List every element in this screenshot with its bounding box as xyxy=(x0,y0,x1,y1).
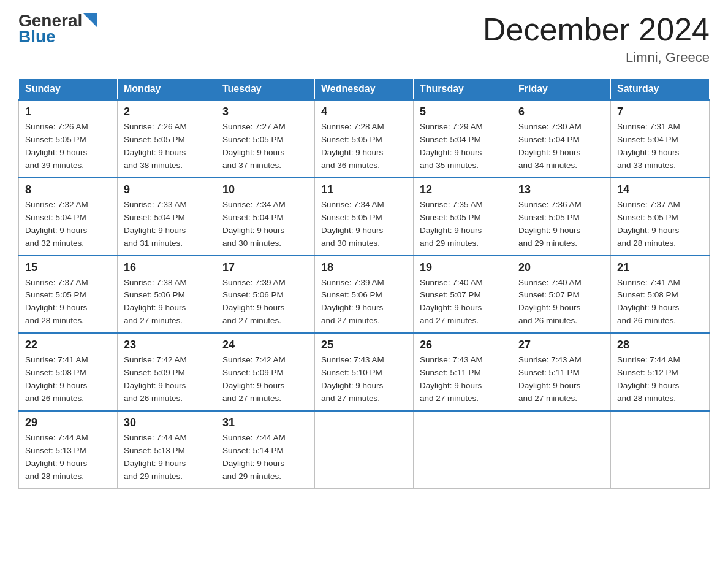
logo-arrow-icon xyxy=(83,13,97,27)
calendar-cell: 25Sunrise: 7:43 AMSunset: 5:10 PMDayligh… xyxy=(315,333,414,411)
calendar-cell: 31Sunrise: 7:44 AMSunset: 5:14 PMDayligh… xyxy=(216,411,315,488)
day-info: Sunrise: 7:31 AMSunset: 5:04 PMDaylight:… xyxy=(617,121,703,172)
col-header-thursday: Thursday xyxy=(414,79,512,101)
day-info: Sunrise: 7:37 AMSunset: 5:05 PMDaylight:… xyxy=(617,199,703,250)
day-info: Sunrise: 7:37 AMSunset: 5:05 PMDaylight:… xyxy=(25,277,111,328)
day-info: Sunrise: 7:42 AMSunset: 5:09 PMDaylight:… xyxy=(124,354,210,405)
calendar-week-row: 22Sunrise: 7:41 AMSunset: 5:08 PMDayligh… xyxy=(19,333,710,411)
calendar-cell: 22Sunrise: 7:41 AMSunset: 5:08 PMDayligh… xyxy=(19,333,118,411)
day-info: Sunrise: 7:30 AMSunset: 5:04 PMDaylight:… xyxy=(518,121,604,172)
day-info: Sunrise: 7:44 AMSunset: 5:13 PMDaylight:… xyxy=(25,432,111,483)
day-info: Sunrise: 7:39 AMSunset: 5:06 PMDaylight:… xyxy=(321,277,407,328)
day-info: Sunrise: 7:29 AMSunset: 5:04 PMDaylight:… xyxy=(420,121,506,172)
day-info: Sunrise: 7:26 AMSunset: 5:05 PMDaylight:… xyxy=(124,121,210,172)
day-number: 13 xyxy=(518,183,604,196)
day-info: Sunrise: 7:41 AMSunset: 5:08 PMDaylight:… xyxy=(617,277,703,328)
calendar-cell: 6Sunrise: 7:30 AMSunset: 5:04 PMDaylight… xyxy=(512,100,611,178)
page-header: General Blue December 2024 Limni, Greece xyxy=(18,12,710,66)
day-info: Sunrise: 7:35 AMSunset: 5:05 PMDaylight:… xyxy=(420,199,506,250)
col-header-friday: Friday xyxy=(512,79,611,101)
col-header-monday: Monday xyxy=(118,79,216,101)
calendar-week-row: 1Sunrise: 7:26 AMSunset: 5:05 PMDaylight… xyxy=(19,100,710,178)
calendar-week-row: 8Sunrise: 7:32 AMSunset: 5:04 PMDaylight… xyxy=(19,178,710,256)
calendar-cell: 10Sunrise: 7:34 AMSunset: 5:04 PMDayligh… xyxy=(216,178,315,256)
calendar-cell: 27Sunrise: 7:43 AMSunset: 5:11 PMDayligh… xyxy=(512,333,611,411)
col-header-saturday: Saturday xyxy=(611,79,710,101)
logo-blue: Blue xyxy=(18,27,56,47)
day-number: 10 xyxy=(222,183,308,196)
calendar-cell xyxy=(414,411,512,488)
day-info: Sunrise: 7:44 AMSunset: 5:13 PMDaylight:… xyxy=(124,432,210,483)
calendar-cell: 1Sunrise: 7:26 AMSunset: 5:05 PMDaylight… xyxy=(19,100,118,178)
day-number: 11 xyxy=(321,183,407,196)
day-info: Sunrise: 7:41 AMSunset: 5:08 PMDaylight:… xyxy=(25,354,111,405)
day-info: Sunrise: 7:26 AMSunset: 5:05 PMDaylight:… xyxy=(25,121,111,172)
title-block: December 2024 Limni, Greece xyxy=(483,12,710,66)
calendar-cell xyxy=(611,411,710,488)
day-number: 7 xyxy=(617,105,703,118)
day-info: Sunrise: 7:43 AMSunset: 5:10 PMDaylight:… xyxy=(321,354,407,405)
calendar-cell: 3Sunrise: 7:27 AMSunset: 5:05 PMDaylight… xyxy=(216,100,315,178)
calendar-cell: 5Sunrise: 7:29 AMSunset: 5:04 PMDaylight… xyxy=(414,100,512,178)
calendar-cell: 30Sunrise: 7:44 AMSunset: 5:13 PMDayligh… xyxy=(118,411,216,488)
day-number: 28 xyxy=(617,339,703,351)
day-info: Sunrise: 7:38 AMSunset: 5:06 PMDaylight:… xyxy=(124,277,210,328)
day-info: Sunrise: 7:44 AMSunset: 5:14 PMDaylight:… xyxy=(222,432,308,483)
calendar-cell: 2Sunrise: 7:26 AMSunset: 5:05 PMDaylight… xyxy=(118,100,216,178)
day-number: 12 xyxy=(420,183,506,196)
calendar-header-row: SundayMondayTuesdayWednesdayThursdayFrid… xyxy=(19,79,710,101)
day-info: Sunrise: 7:39 AMSunset: 5:06 PMDaylight:… xyxy=(222,277,308,328)
day-number: 8 xyxy=(25,183,111,196)
col-header-wednesday: Wednesday xyxy=(315,79,414,101)
day-info: Sunrise: 7:28 AMSunset: 5:05 PMDaylight:… xyxy=(321,121,407,172)
day-info: Sunrise: 7:42 AMSunset: 5:09 PMDaylight:… xyxy=(222,354,308,405)
day-info: Sunrise: 7:43 AMSunset: 5:11 PMDaylight:… xyxy=(420,354,506,405)
day-number: 19 xyxy=(420,261,506,274)
calendar-cell xyxy=(512,411,611,488)
calendar-table: SundayMondayTuesdayWednesdayThursdayFrid… xyxy=(18,78,710,488)
day-info: Sunrise: 7:32 AMSunset: 5:04 PMDaylight:… xyxy=(25,199,111,250)
calendar-cell: 17Sunrise: 7:39 AMSunset: 5:06 PMDayligh… xyxy=(216,256,315,334)
calendar-cell: 14Sunrise: 7:37 AMSunset: 5:05 PMDayligh… xyxy=(611,178,710,256)
day-number: 9 xyxy=(124,183,210,196)
calendar-cell: 19Sunrise: 7:40 AMSunset: 5:07 PMDayligh… xyxy=(414,256,512,334)
day-number: 25 xyxy=(321,339,407,351)
day-number: 31 xyxy=(222,416,308,429)
calendar-cell: 20Sunrise: 7:40 AMSunset: 5:07 PMDayligh… xyxy=(512,256,611,334)
day-number: 22 xyxy=(25,339,111,351)
calendar-cell: 21Sunrise: 7:41 AMSunset: 5:08 PMDayligh… xyxy=(611,256,710,334)
day-number: 27 xyxy=(518,339,604,351)
day-number: 4 xyxy=(321,105,407,118)
location: Limni, Greece xyxy=(483,50,710,66)
calendar-week-row: 15Sunrise: 7:37 AMSunset: 5:05 PMDayligh… xyxy=(19,256,710,334)
logo: General Blue xyxy=(18,12,97,47)
day-number: 3 xyxy=(222,105,308,118)
day-info: Sunrise: 7:40 AMSunset: 5:07 PMDaylight:… xyxy=(518,277,604,328)
day-number: 23 xyxy=(124,339,210,351)
calendar-cell: 26Sunrise: 7:43 AMSunset: 5:11 PMDayligh… xyxy=(414,333,512,411)
day-info: Sunrise: 7:34 AMSunset: 5:04 PMDaylight:… xyxy=(222,199,308,250)
day-info: Sunrise: 7:27 AMSunset: 5:05 PMDaylight:… xyxy=(222,121,308,172)
day-number: 6 xyxy=(518,105,604,118)
col-header-sunday: Sunday xyxy=(19,79,118,101)
day-info: Sunrise: 7:40 AMSunset: 5:07 PMDaylight:… xyxy=(420,277,506,328)
col-header-tuesday: Tuesday xyxy=(216,79,315,101)
calendar-cell: 12Sunrise: 7:35 AMSunset: 5:05 PMDayligh… xyxy=(414,178,512,256)
calendar-cell: 9Sunrise: 7:33 AMSunset: 5:04 PMDaylight… xyxy=(118,178,216,256)
day-number: 1 xyxy=(25,105,111,118)
day-number: 16 xyxy=(124,261,210,274)
day-number: 30 xyxy=(124,416,210,429)
calendar-cell: 4Sunrise: 7:28 AMSunset: 5:05 PMDaylight… xyxy=(315,100,414,178)
calendar-cell: 29Sunrise: 7:44 AMSunset: 5:13 PMDayligh… xyxy=(19,411,118,488)
day-info: Sunrise: 7:36 AMSunset: 5:05 PMDaylight:… xyxy=(518,199,604,250)
day-number: 20 xyxy=(518,261,604,274)
day-number: 24 xyxy=(222,339,308,351)
calendar-cell: 13Sunrise: 7:36 AMSunset: 5:05 PMDayligh… xyxy=(512,178,611,256)
day-number: 29 xyxy=(25,416,111,429)
day-number: 5 xyxy=(420,105,506,118)
day-number: 14 xyxy=(617,183,703,196)
calendar-cell: 24Sunrise: 7:42 AMSunset: 5:09 PMDayligh… xyxy=(216,333,315,411)
day-number: 2 xyxy=(124,105,210,118)
day-number: 17 xyxy=(222,261,308,274)
calendar-cell: 18Sunrise: 7:39 AMSunset: 5:06 PMDayligh… xyxy=(315,256,414,334)
